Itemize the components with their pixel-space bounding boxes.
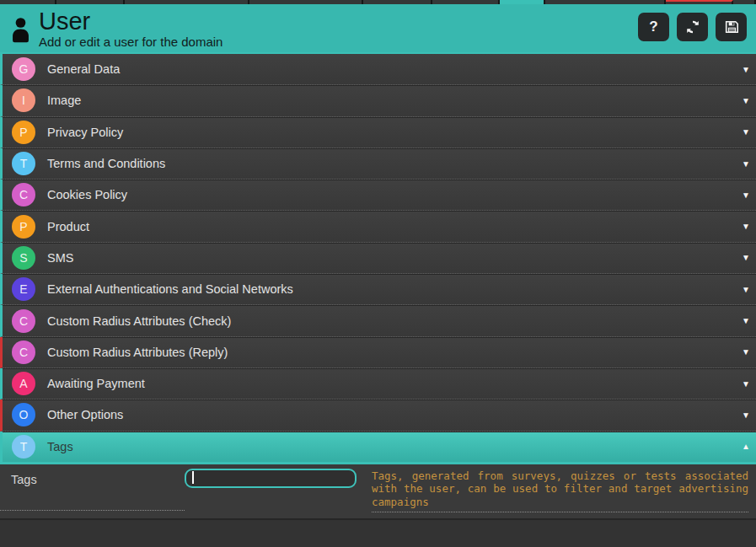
section-letter-badge: T <box>12 435 35 459</box>
section-label: Custom Radius Attributes (Reply) <box>47 346 228 359</box>
save-button[interactable] <box>716 13 747 41</box>
tags-field-label: Tags <box>0 464 185 511</box>
section-header-terms-and-conditions[interactable]: TTerms and Conditions▼ <box>0 148 756 180</box>
section-header-privacy-policy[interactable]: PPrivacy Policy▼ <box>0 117 756 148</box>
section-letter-badge: C <box>12 183 35 206</box>
section-header-product[interactable]: PProduct▼ <box>0 211 756 242</box>
chevron-up-icon: ▲ <box>742 442 750 451</box>
user-editor-window: User Add or edit a user for the domain ? <box>0 0 756 547</box>
section-letter-badge: T <box>12 152 35 175</box>
refresh-button[interactable] <box>677 13 708 41</box>
section-label: Awaiting Payment <box>47 377 145 390</box>
header-toolbar: ? <box>638 13 747 41</box>
chevron-down-icon: ▼ <box>742 347 750 357</box>
chevron-down-icon: ▼ <box>742 379 750 389</box>
section-label: Privacy Policy <box>47 126 123 139</box>
refresh-icon <box>685 19 700 35</box>
chevron-down-icon: ▼ <box>742 410 750 420</box>
section-letter-badge: C <box>12 309 35 333</box>
chevron-down-icon: ▼ <box>742 96 750 105</box>
section-header-general-data[interactable]: GGeneral Data▼ <box>0 54 756 85</box>
section-label: Tags <box>47 440 73 453</box>
section-header-external-authentications-and-social-networks[interactable]: EExternal Authentications and Social Net… <box>0 274 756 305</box>
section-header-sms[interactable]: SSMS▼ <box>0 243 756 274</box>
section-header-other-options[interactable]: OOther Options▼ <box>0 400 756 431</box>
section-header-custom-radius-attributes-check[interactable]: CCustom Radius Attributes (Check)▼ <box>0 305 756 336</box>
section-letter-badge: I <box>12 88 35 112</box>
section-header-cookies-policy[interactable]: CCookies Policy▼ <box>0 180 756 211</box>
section-header-awaiting-payment[interactable]: AAwaiting Payment▼ <box>0 368 756 400</box>
section-letter-badge: A <box>12 372 35 395</box>
page-subtitle: Add or edit a user for the domain <box>39 35 223 49</box>
section-label: Product <box>47 220 89 233</box>
tags-help-text: Tags, generated from surveys, quizzes or… <box>372 464 748 512</box>
page-header: User Add or edit a user for the domain ? <box>0 4 756 52</box>
chevron-down-icon: ▼ <box>742 316 750 325</box>
footer-spacer <box>0 518 756 539</box>
page-title: User <box>39 8 223 34</box>
chevron-down-icon: ▼ <box>742 159 750 169</box>
save-icon <box>724 19 739 35</box>
section-letter-badge: E <box>12 277 35 301</box>
text-caret <box>192 471 194 484</box>
chevron-down-icon: ▼ <box>742 190 750 200</box>
section-letter-badge: P <box>12 215 35 239</box>
section-label: General Data <box>47 62 120 76</box>
section-letter-badge: P <box>12 121 35 144</box>
section-label: Terms and Conditions <box>47 157 165 170</box>
section-header-image[interactable]: IImage▼ <box>0 85 756 116</box>
section-label: Other Options <box>47 408 123 421</box>
section-accordion-list: GGeneral Data▼IImage▼PPrivacy Policy▼TTe… <box>0 52 756 462</box>
section-letter-badge: S <box>12 246 35 270</box>
tags-input[interactable] <box>185 469 357 488</box>
tags-panel: Tags Tags, generated from surveys, quizz… <box>0 462 756 518</box>
section-letter-badge: G <box>12 57 35 81</box>
chevron-down-icon: ▼ <box>742 285 750 294</box>
section-label: Image <box>47 94 81 107</box>
tags-input-cell <box>185 464 372 518</box>
chevron-down-icon: ▼ <box>742 222 750 231</box>
section-header-custom-radius-attributes-reply[interactable]: CCustom Radius Attributes (Reply)▼ <box>0 337 756 368</box>
header-titles: User Add or edit a user for the domain <box>39 8 223 49</box>
section-letter-badge: O <box>12 403 35 426</box>
section-label: External Authentications and Social Netw… <box>47 282 293 296</box>
chevron-down-icon: ▼ <box>742 127 750 137</box>
chevron-down-icon: ▼ <box>742 65 750 74</box>
chevron-down-icon: ▼ <box>742 253 750 262</box>
section-letter-badge: C <box>12 341 35 364</box>
section-label: Cookies Policy <box>47 188 127 201</box>
question-icon: ? <box>649 19 657 35</box>
user-icon <box>9 16 32 45</box>
section-label: Custom Radius Attributes (Check) <box>47 314 231 328</box>
section-header-tags[interactable]: TTags▲ <box>0 432 756 462</box>
section-label: SMS <box>47 251 73 265</box>
help-button[interactable]: ? <box>638 13 669 41</box>
